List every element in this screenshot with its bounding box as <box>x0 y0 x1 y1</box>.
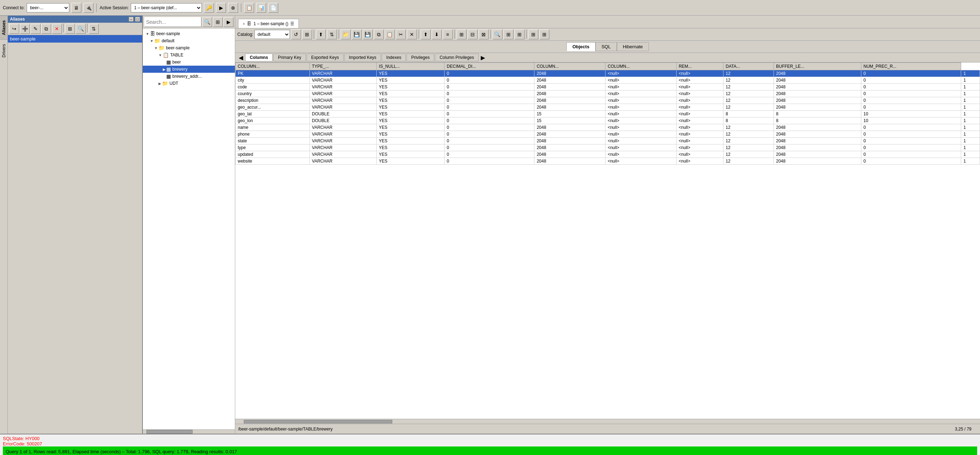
content-extra2[interactable]: ⊞ <box>539 29 549 40</box>
table-row[interactable]: geo_latDOUBLEYES015<null><null>88101 <box>235 111 980 117</box>
col-tab-column-privileges[interactable]: Column Privileges <box>435 54 479 62</box>
content-extra1[interactable]: ⊞ <box>528 29 538 40</box>
minimize-btn[interactable]: – <box>129 17 134 22</box>
content-up-btn[interactable]: ⬆ <box>421 29 431 40</box>
restore-btn[interactable]: □ <box>135 17 140 22</box>
add-alias-btn[interactable]: ↪ <box>9 24 19 34</box>
table-row[interactable]: geo_lonDOUBLEYES015<null><null>88101 <box>235 117 980 124</box>
tree-node-beer[interactable]: ▶ ▦ beer <box>143 59 235 66</box>
delete-alias-btn[interactable]: ✕ <box>52 24 62 34</box>
catalog-dropdown[interactable]: default <box>255 30 290 39</box>
table-row[interactable]: updatedVARCHARYES02048<null><null>122048… <box>235 151 980 158</box>
reconnect-btn[interactable]: 🔑 <box>204 3 214 13</box>
col-tab-primary-key[interactable]: Primary Key <box>273 54 305 62</box>
tab-sql[interactable]: SQL <box>595 42 617 51</box>
copy-alias-btn[interactable]: ⧉ <box>41 24 51 34</box>
tab-hibernate[interactable]: Hibernate <box>617 42 649 51</box>
table-row[interactable]: PKVARCHARYES02048<null><null>12204801 <box>235 70 980 77</box>
content-down-btn[interactable]: ⬇ <box>432 29 442 40</box>
connect-icon-btn[interactable]: 🖥 <box>72 3 81 13</box>
th-col-size[interactable]: COLUMN... <box>535 63 606 70</box>
content-copy-btn[interactable]: ⧉ <box>374 29 384 40</box>
content-tool2[interactable]: ⊞ <box>514 29 525 40</box>
table-row[interactable]: countryVARCHARYES02048<null><null>122048… <box>235 90 980 97</box>
cell-6-9: 10 <box>861 111 961 117</box>
tree-node-table[interactable]: ▼ 📋 TABLE <box>143 51 235 59</box>
disconnect-btn[interactable]: 🔌 <box>83 3 94 13</box>
table-row[interactable]: geo_accur...VARCHARYES02048<null><null>1… <box>235 104 980 111</box>
table-row[interactable]: cityVARCHARYES02048<null><null>12204801 <box>235 77 980 84</box>
active-session-dropdown[interactable]: 1 – beer-sample (def... <box>131 3 202 13</box>
export-btn[interactable]: 📄 <box>268 3 278 13</box>
table-row[interactable]: typeVARCHARYES02048<null><null>12204801 <box>235 144 980 151</box>
session-tab-close[interactable]: × <box>243 22 245 26</box>
th-decimal[interactable]: DECIMAL_DI... <box>444 63 535 70</box>
content-nav2[interactable]: ⇅ <box>327 29 337 40</box>
content-cut-btn[interactable]: ✂ <box>396 29 406 40</box>
content-saveas-btn[interactable]: 💾 <box>363 29 373 40</box>
drivers-tab[interactable]: Drivers <box>0 40 8 62</box>
table-row[interactable]: descriptionVARCHARYES02048<null><null>12… <box>235 97 980 104</box>
tree-node-udt[interactable]: ▶ 📁 UDT <box>143 80 235 87</box>
table-row[interactable]: codeVARCHARYES02048<null><null>12204801 <box>235 84 980 90</box>
tab-objects[interactable]: Objects <box>566 42 595 51</box>
tree-search-icon[interactable]: 🔍 <box>202 17 212 27</box>
session-play-btn[interactable]: ▶ <box>216 3 226 13</box>
th-num-prec[interactable]: NUM_PREC_R... <box>861 63 961 70</box>
content-delete-btn[interactable]: ✕ <box>407 29 417 40</box>
tree-node-brewery-addr[interactable]: ▶ ▦ brewery_addr... <box>143 73 235 80</box>
table-row[interactable]: nameVARCHARYES02048<null><null>12204801 <box>235 124 980 131</box>
tree-node-beer-sample-child[interactable]: ▼ 📁 beer-sample <box>143 44 235 51</box>
content-search-btn[interactable]: 🔍 <box>493 29 503 40</box>
content-save-btn[interactable]: 💾 <box>352 29 362 40</box>
content-tool1[interactable]: ⊞ <box>503 29 514 40</box>
content-open-btn[interactable]: 📁 <box>341 29 351 40</box>
new-session-btn[interactable]: 📋 <box>244 3 254 13</box>
catalog-refresh-btn[interactable]: ↺ <box>291 29 301 40</box>
col-tab-columns[interactable]: Columns <box>245 54 272 62</box>
table-row[interactable]: phoneVARCHARYES02048<null><null>12204801 <box>235 131 980 138</box>
edit-alias-btn[interactable]: ✎ <box>30 24 40 34</box>
content-grid1[interactable]: ⊞ <box>457 29 466 40</box>
th-col-5[interactable]: COLUMN... <box>606 63 676 70</box>
tree-node-beer-sample-root[interactable]: ▼ 🗄 beer-sample <box>143 30 235 37</box>
content-grid2[interactable]: ⊟ <box>468 29 477 40</box>
aliases-list-item-beer-sample[interactable]: beer-sample <box>8 35 142 43</box>
th-type[interactable]: TYPE_... <box>310 63 377 70</box>
col-tabs-prev[interactable]: ◀ <box>237 54 245 61</box>
col-tabs-next[interactable]: ▶ <box>479 54 487 61</box>
horizontal-scrollbar[interactable] <box>235 419 980 424</box>
tree-filter-icon[interactable]: ⊞ <box>213 17 223 27</box>
alias-grid-btn[interactable]: ⊞ <box>65 24 75 34</box>
col-tab-exported-keys[interactable]: Exported Keys <box>307 54 344 62</box>
table-row[interactable]: stateVARCHARYES02048<null><null>12204801 <box>235 138 980 144</box>
th-rem[interactable]: REM... <box>676 63 723 70</box>
tree-scrollbar[interactable] <box>143 430 235 434</box>
tree-search-input[interactable] <box>144 17 202 27</box>
content-paste-btn[interactable]: 📋 <box>385 29 395 40</box>
th-buffer[interactable]: BUFFER_LE... <box>774 63 861 70</box>
tree-node-brewery[interactable]: ▶ ▦ brewery <box>143 66 235 73</box>
alias-search-btn[interactable]: 🔍 <box>76 24 86 34</box>
th-data[interactable]: DATA... <box>724 63 774 70</box>
col-tab-imported-keys[interactable]: Imported Keys <box>344 54 381 62</box>
th-column-name[interactable]: COLUMN... <box>235 63 310 70</box>
content-nav1[interactable]: ⬆ <box>316 29 326 40</box>
session-tab-menu[interactable]: ☰ <box>290 21 294 26</box>
col-tab-privileges[interactable]: Privileges <box>407 54 434 62</box>
tree-arrow-icon[interactable]: ▶ <box>223 17 234 27</box>
session-stop-btn[interactable]: ⊗ <box>228 3 238 13</box>
table-row[interactable]: websiteVARCHARYES02048<null><null>122048… <box>235 158 980 165</box>
alias-sort-btn[interactable]: ⇅ <box>89 24 99 34</box>
content-grid3[interactable]: ⊠ <box>479 29 488 40</box>
tree-node-default[interactable]: ▼ 📁 default <box>143 37 235 44</box>
aliases-tab[interactable]: Aliases <box>0 16 8 40</box>
catalog-filter-btn[interactable]: ⊞ <box>302 29 312 40</box>
content-list-btn[interactable]: ≡ <box>443 29 453 40</box>
connect-dropdown[interactable]: beer-... <box>27 3 69 13</box>
copy-session-btn[interactable]: 📊 <box>256 3 266 13</box>
new-alias-btn[interactable]: ➕ <box>20 24 30 34</box>
th-is-null[interactable]: IS_NULL... <box>377 63 444 70</box>
session-tab-1[interactable]: × 🗄 1 – beer-sample () ☰ <box>238 19 299 28</box>
col-tab-indexes[interactable]: Indexes <box>382 54 406 62</box>
